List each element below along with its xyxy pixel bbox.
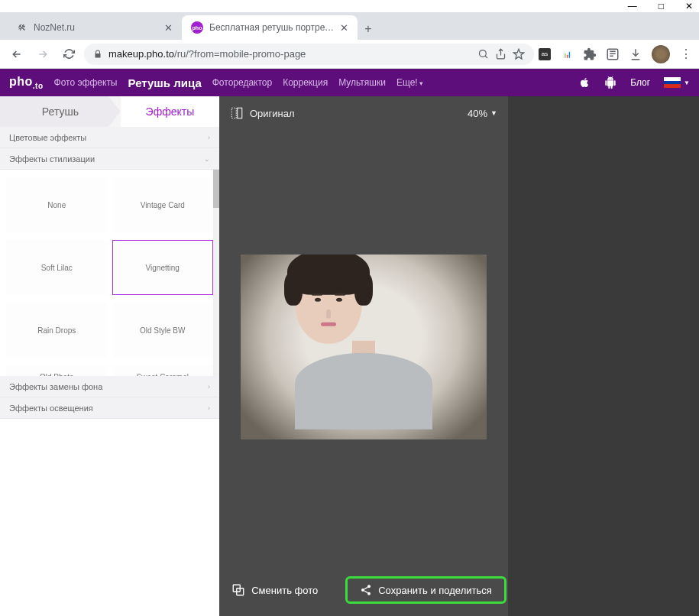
share-icon: [360, 584, 372, 596]
effect-none[interactable]: None: [6, 177, 108, 232]
nav-face-retouch[interactable]: Ретушь лица: [128, 76, 202, 89]
effect-vignetting[interactable]: Vignetting: [112, 240, 214, 295]
svg-point-0: [480, 50, 487, 57]
nav-correction[interactable]: Коррекция: [283, 77, 328, 88]
chevron-down-icon: ▼: [684, 79, 690, 86]
menu-icon[interactable]: ⋮: [679, 47, 693, 61]
accordion-stylization-effects[interactable]: Эффекты стилизации ⌄: [0, 148, 219, 170]
search-icon[interactable]: [477, 48, 489, 60]
reload-icon: [63, 48, 75, 60]
extensions-area: as 📊 ⋮: [539, 45, 693, 63]
chevron-down-icon: ▼: [490, 109, 497, 117]
accordion-label: Цветовые эффекты: [9, 133, 86, 142]
original-label: Оригинал: [250, 108, 295, 119]
button-label: Сменить фото: [251, 585, 318, 596]
swap-icon: [231, 583, 245, 597]
accordion-label: Эффекты замены фона: [9, 382, 102, 391]
tab-effects[interactable]: Эффекты: [121, 96, 219, 127]
effect-rain-drops[interactable]: Rain Drops: [6, 303, 108, 358]
effect-old-style-bw[interactable]: Old Style BW: [112, 303, 214, 358]
canvas-viewport[interactable]: [219, 130, 508, 564]
share-icon[interactable]: [495, 48, 506, 60]
back-button[interactable]: [6, 44, 28, 65]
nav-photo-editor[interactable]: Фоторедактор: [212, 77, 272, 88]
chevron-right-icon: ›: [208, 383, 210, 391]
photo-preview: [241, 255, 487, 439]
window-minimize[interactable]: —: [628, 1, 637, 11]
tab-retouch[interactable]: Ретушь: [0, 96, 121, 127]
sidebar-tabs: Ретушь Эффекты: [0, 96, 219, 127]
change-photo-button[interactable]: Сменить фото: [221, 577, 328, 603]
nav-cartoons[interactable]: Мультяшки: [338, 77, 386, 88]
compare-icon: [230, 106, 244, 120]
zoom-control[interactable]: 40% ▼: [468, 108, 497, 119]
svg-point-6: [367, 585, 371, 588]
scrollbar[interactable]: [213, 170, 219, 376]
zoom-value: 40%: [468, 108, 487, 119]
canvas-actions: Сменить фото Сохранить и поделиться: [219, 564, 508, 616]
apple-icon[interactable]: [578, 76, 591, 89]
tab-title: Бесплатная ретушь портретных: [209, 22, 334, 33]
downloads-icon[interactable]: [629, 47, 642, 61]
svg-rect-2: [231, 108, 236, 118]
effect-sweet-caramel[interactable]: Sweet Caramel: [112, 365, 214, 376]
app-body: Ретушь Эффекты Цветовые эффекты › Эффект…: [0, 96, 699, 616]
chevron-down-icon: ⌄: [204, 155, 210, 163]
effect-old-photo[interactable]: Old Photo: [6, 365, 108, 376]
chevron-right-icon: ›: [208, 404, 210, 412]
effect-soft-lilac[interactable]: Soft Lilac: [6, 240, 108, 295]
arrow-left-icon: [11, 48, 23, 60]
effect-vintage-card[interactable]: Vintage Card: [112, 177, 214, 232]
canvas-toolbar: Оригинал 40% ▼: [219, 96, 508, 130]
original-toggle[interactable]: Оригинал: [230, 106, 295, 120]
new-tab-button[interactable]: +: [358, 18, 379, 40]
browser-tabstrip: 🛠 NozNet.ru ✕ pho Бесплатная ретушь порт…: [0, 12, 699, 40]
puzzle-icon[interactable]: [583, 47, 597, 61]
url-text: makeup.pho.to/ru/?from=mobile-promo-page: [108, 48, 306, 60]
flag-ru-icon: [664, 77, 681, 88]
window-maximize[interactable]: □: [659, 1, 664, 11]
extension-icon[interactable]: 📊: [560, 47, 574, 61]
accordion-background-effects[interactable]: Эффекты замены фона ›: [0, 376, 219, 397]
site-favicon: pho: [191, 21, 203, 34]
accordion-label: Эффекты освещения: [9, 404, 93, 413]
extension-icon[interactable]: as: [539, 48, 551, 60]
wrench-icon: 🛠: [15, 21, 28, 34]
window-close[interactable]: ✕: [685, 1, 693, 11]
nav-photo-effects[interactable]: Фото эффекты: [54, 77, 118, 88]
sidebar: Ретушь Эффекты Цветовые эффекты › Эффект…: [0, 96, 219, 616]
right-panel: [508, 96, 699, 616]
nav-more[interactable]: Еще!: [396, 77, 423, 88]
save-share-button[interactable]: Сохранить и поделиться: [345, 576, 506, 604]
close-icon[interactable]: ✕: [340, 22, 348, 34]
svg-point-8: [367, 592, 371, 595]
chevron-right-icon: ›: [208, 134, 210, 141]
site-header: pho.to Фото эффекты Ретушь лица Фотореда…: [0, 69, 699, 96]
accordion-color-effects[interactable]: Цветовые эффекты ›: [0, 127, 219, 148]
browser-tab-active[interactable]: pho Бесплатная ретушь портретных ✕: [182, 15, 358, 40]
reading-list-icon[interactable]: [606, 47, 620, 61]
reload-button[interactable]: [58, 44, 79, 65]
svg-rect-3: [238, 108, 242, 118]
button-label: Сохранить и поделиться: [378, 585, 492, 596]
scrollbar-thumb[interactable]: [213, 170, 219, 208]
arrow-right-icon: [37, 48, 49, 60]
browser-toolbar: makeup.pho.to/ru/?from=mobile-promo-page…: [0, 40, 699, 69]
nav-blog[interactable]: Блог: [630, 77, 650, 88]
effects-grid: None Vintage Card Soft Lilac Vignetting …: [0, 170, 219, 376]
close-icon[interactable]: ✕: [164, 22, 173, 34]
tab-title: NozNet.ru: [34, 22, 158, 33]
language-selector[interactable]: ▼: [664, 77, 690, 88]
accordion-lighting-effects[interactable]: Эффекты освещения ›: [0, 397, 219, 419]
window-titlebar: — □ ✕: [0, 0, 699, 12]
profile-avatar[interactable]: [652, 45, 670, 63]
address-bar[interactable]: makeup.pho.to/ru/?from=mobile-promo-page: [84, 44, 534, 65]
browser-tab[interactable]: 🛠 NozNet.ru ✕: [6, 15, 182, 40]
android-icon[interactable]: [604, 76, 616, 89]
forward-button[interactable]: [32, 44, 53, 65]
lock-icon: [93, 50, 102, 59]
site-logo[interactable]: pho.to: [9, 75, 44, 90]
svg-point-7: [361, 588, 364, 592]
canvas-area: Оригинал 40% ▼: [219, 96, 508, 616]
star-icon[interactable]: [513, 48, 525, 60]
